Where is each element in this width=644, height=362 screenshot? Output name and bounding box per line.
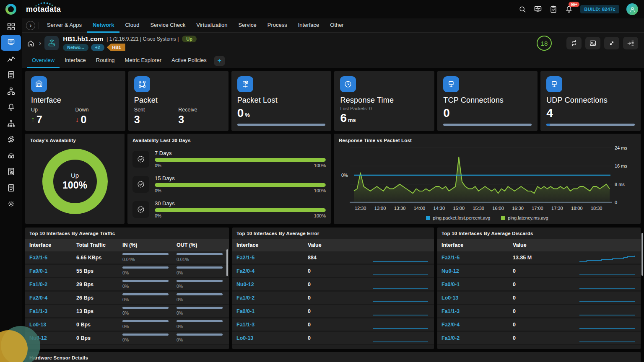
tasks-icon[interactable]	[549, 5, 558, 13]
sidebar-item-alerts[interactable]	[1, 99, 21, 116]
main-nav-item-service-check[interactable]: Service Check	[145, 18, 191, 33]
trend-sparkline	[371, 319, 430, 330]
svg-text:24 ms: 24 ms	[615, 145, 627, 150]
sidebar-item-log-report[interactable]	[1, 164, 21, 180]
motadata-wordmark[interactable]: motadata	[26, 5, 61, 14]
total-traffic-value: 0 Bps	[76, 322, 122, 328]
motadata-logo-mark[interactable]	[0, 0, 22, 18]
sidebar-item-apps-grid[interactable]	[1, 18, 21, 35]
severity-count-badge[interactable]: 18	[537, 36, 552, 51]
availability-bar	[155, 208, 326, 212]
device-tag[interactable]: HB1	[107, 44, 125, 51]
interface-link[interactable]: Fa2/0-4	[29, 295, 76, 301]
sidebar-item-metrics[interactable]	[1, 51, 21, 67]
svg-text:16:00: 16:00	[492, 206, 504, 211]
table-row: Fa1/0-229 Bps0%0%	[25, 278, 229, 292]
home-icon[interactable]	[27, 39, 35, 47]
card-title: TCP Connections	[443, 96, 532, 105]
device-header: › HB1.hb1.com | 172.16.9.221 | Cisco Sys…	[22, 33, 644, 54]
nav-expand-button[interactable]: ›	[26, 21, 35, 30]
table-row: Fa0/0-10	[232, 305, 434, 318]
donut-label: Up	[71, 172, 79, 179]
interface-link[interactable]: Fa1/1-3	[441, 308, 513, 314]
sidebar-item-discovery[interactable]	[1, 147, 21, 164]
legend-swatch	[426, 216, 430, 220]
sidebar-item-reports[interactable]	[1, 67, 21, 83]
main-nav-item-service[interactable]: Service	[233, 18, 262, 33]
trend-sparkline	[578, 306, 636, 317]
legend-item[interactable]: ping.latency.ms.avg	[501, 215, 548, 220]
device-hostname[interactable]: HB1.hb1.com	[63, 35, 103, 42]
main-nav-item-interface[interactable]: Interface	[293, 18, 325, 33]
main-nav-item-server-apps[interactable]: Server & Apps	[42, 18, 87, 33]
legend-item[interactable]: ping.packet.lost.percent.avg	[426, 215, 490, 220]
notifications-icon[interactable]: 99+	[565, 5, 573, 13]
interface-link[interactable]: Fa0/0-1	[236, 308, 308, 314]
col-header[interactable]: IN (%)	[122, 242, 171, 248]
col-header[interactable]: Value	[308, 242, 367, 248]
page-tab-active-policies[interactable]: Active Policies	[166, 54, 212, 68]
user-avatar[interactable]	[626, 3, 638, 15]
interface-link[interactable]: Nu0-12	[236, 282, 308, 287]
sidebar-item-topology[interactable]	[1, 83, 21, 99]
interface-link[interactable]: Lo0-13	[236, 335, 308, 341]
interface-link[interactable]: Fa2/1-5	[236, 255, 308, 261]
packet-lost-icon	[237, 76, 253, 92]
card-title: Response Time	[340, 96, 428, 105]
metric-value: 0	[308, 335, 367, 341]
side-panel-button[interactable]	[623, 37, 638, 49]
table-row: Lo0-130	[232, 332, 434, 345]
agent-monitor-icon[interactable]	[534, 5, 542, 13]
interface-link[interactable]: Fa1/1-3	[236, 322, 308, 328]
interface-link[interactable]: Nu0-12	[441, 268, 513, 274]
col-header[interactable]: Total Traffic	[76, 242, 122, 248]
main-nav-item-other[interactable]: Other	[325, 18, 349, 33]
sidebar-item-automation[interactable]	[1, 132, 21, 148]
sidebar-item-compliance[interactable]	[1, 180, 21, 196]
sidebar-item-flows[interactable]	[1, 115, 21, 132]
refresh-button[interactable]	[566, 37, 582, 49]
table-scrollbar[interactable]	[226, 249, 228, 276]
interface-link[interactable]: Fa1/0-2	[236, 295, 308, 301]
page-tab-metric-explorer[interactable]: Metric Explorer	[120, 54, 166, 68]
col-header[interactable]: Interface	[29, 242, 76, 248]
device-group-pill[interactable]: Netwo...	[63, 44, 88, 51]
page-tab-interface[interactable]: Interface	[60, 54, 91, 68]
interface-link[interactable]: Fa2/0-4	[441, 322, 513, 328]
main-nav-item-process[interactable]: Process	[262, 18, 293, 33]
interface-link[interactable]: Lo0-13	[441, 295, 513, 301]
interface-link[interactable]: Fa2/0-4	[236, 268, 308, 274]
interface-link[interactable]: Fa1/1-3	[29, 308, 76, 314]
col-header[interactable]: Value	[513, 242, 574, 248]
sidebar-item-infrastructure-monitor[interactable]	[1, 35, 21, 51]
col-header[interactable]: Interface	[236, 242, 308, 248]
col-header[interactable]: Interface	[441, 242, 513, 248]
page-scrollbar[interactable]	[641, 233, 643, 276]
total-traffic-value: 26 Bps	[76, 295, 122, 301]
table-row: Fa2/0-40	[437, 318, 641, 332]
snapshot-button[interactable]	[585, 37, 600, 49]
interface-link[interactable]: Fa1/0-2	[29, 282, 76, 287]
interface-link[interactable]: Fa0/0-1	[441, 282, 513, 287]
interface-link[interactable]: Fa1/0-2	[441, 335, 513, 341]
expand-button[interactable]	[604, 37, 619, 49]
table-row: Lo0-130 Bps0%0%	[25, 318, 229, 332]
main-nav-item-cloud[interactable]: Cloud	[119, 18, 145, 33]
main-nav: › Server & AppsNetworkCloudService Check…	[22, 18, 644, 33]
main-nav-item-virtualization[interactable]: Virtualization	[191, 18, 233, 33]
svg-text:12:30: 12:30	[355, 206, 366, 211]
page-tab-overview[interactable]: Overview	[27, 54, 60, 68]
search-icon[interactable]	[518, 5, 527, 13]
main-nav-item-network[interactable]: Network	[87, 18, 119, 33]
page-tab-routing[interactable]: Routing	[91, 54, 120, 68]
interface-link[interactable]: Fa2/1-5	[29, 255, 76, 261]
device-more-tags-pill[interactable]: +2	[91, 44, 104, 51]
trend-sparkline	[371, 333, 430, 344]
sidebar-item-settings[interactable]	[1, 196, 21, 212]
interface-link[interactable]: Fa0/0-1	[29, 268, 76, 274]
col-header[interactable]: OUT (%)	[177, 242, 225, 248]
interface-link[interactable]: Lo0-13	[29, 322, 76, 328]
nav-divider	[39, 22, 39, 29]
interface-link[interactable]: Fa2/1-5	[441, 255, 513, 261]
add-tab-button[interactable]: +	[214, 56, 225, 66]
